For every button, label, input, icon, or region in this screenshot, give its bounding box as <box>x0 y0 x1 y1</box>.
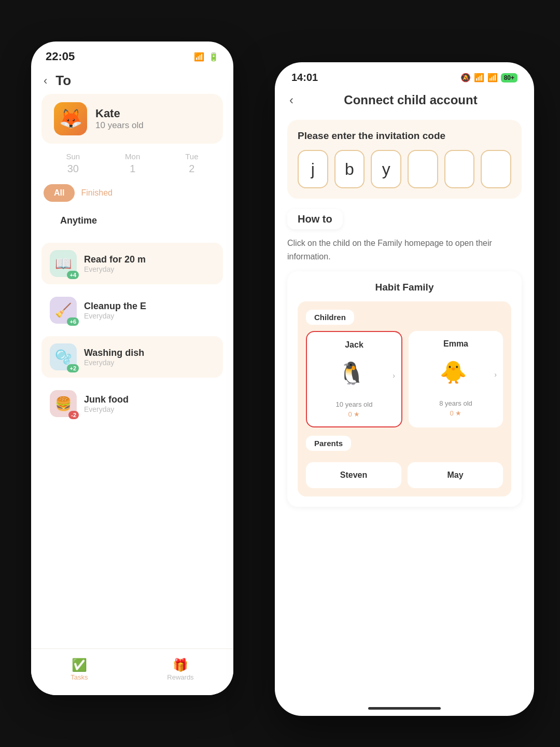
front-time: 14:01 <box>291 72 318 84</box>
parent-card-steven[interactable]: Steven <box>306 462 401 488</box>
invite-section: Please enter the invitation code j b y <box>287 120 522 199</box>
front-header: ‹ Connect child account <box>275 88 534 116</box>
code-box-2[interactable]: b <box>334 150 365 188</box>
children-row: Jack 🐧 › 10 years old 0 ★ Emma 🐥 <box>306 331 503 427</box>
howto-description: Click on the child on the Family homepag… <box>287 237 522 263</box>
child-avatar-emma-row: 🐥 › <box>415 354 497 395</box>
parents-section-label: Parents <box>306 436 351 451</box>
task-icon: 🍔 -2 <box>50 390 77 417</box>
anytime-section-label: Anytime <box>31 210 233 243</box>
invite-label: Please enter the invitation code <box>298 130 511 142</box>
profile-age: 10 years old <box>95 120 144 131</box>
nav-rewards[interactable]: 🎁 Rewards <box>167 658 193 681</box>
howto-section: How to Click on the child on the Family … <box>287 209 522 507</box>
family-card: Habit Family Children Jack 🐧 › 10 years … <box>287 271 522 507</box>
code-box-1[interactable]: j <box>298 150 328 188</box>
code-box-3[interactable]: y <box>371 150 401 188</box>
family-bg: Children Jack 🐧 › 10 years old 0 ★ <box>298 301 511 496</box>
child-card-jack[interactable]: Jack 🐧 › 10 years old 0 ★ <box>306 331 402 427</box>
child-age-jack: 10 years old <box>313 400 395 408</box>
child-name-jack: Jack <box>313 340 395 350</box>
child-stars-jack: 0 ★ <box>313 410 395 418</box>
code-input-row: j b y <box>298 150 511 188</box>
task-info: Cleanup the E Everyday <box>84 301 215 320</box>
avatar-emoji: 🦊 <box>59 108 82 130</box>
filter-all-button[interactable]: All <box>44 184 75 202</box>
wifi-icon: 📶 <box>487 73 498 82</box>
task-icon: 🫧 +2 <box>50 343 77 370</box>
chevron-right-icon: › <box>393 371 395 380</box>
child-avatar-jack: 🐧 <box>333 355 370 391</box>
task-badge: -2 <box>68 411 79 419</box>
back-status-icons: 📶 🔋 <box>194 52 219 62</box>
parent-card-may[interactable]: May <box>408 462 503 488</box>
list-item[interactable]: 🍔 -2 Junk food Everyday <box>41 383 223 424</box>
task-badge: +6 <box>67 317 79 326</box>
front-phone: 14:01 🔕 📶 📶 80+ ‹ Connect child account … <box>275 62 534 716</box>
signal-icon: 📶 <box>474 73 484 82</box>
child-avatar-emma: 🐥 <box>435 354 471 390</box>
bottom-nav: ✅ Tasks 🎁 Rewards <box>31 648 233 695</box>
calendar-row: Sun 30 Mon 1 Tue 2 <box>31 144 233 179</box>
nav-tasks[interactable]: ✅ Tasks <box>71 658 88 681</box>
howto-label: How to <box>287 209 343 229</box>
back-phone: 22:05 📶 🔋 ‹ To 🦊 Kate 10 years old Sun 3… <box>31 42 233 695</box>
task-icon: 📖 +4 <box>50 250 77 277</box>
parents-section: Parents Steven May <box>306 436 503 488</box>
parents-row: Steven May <box>306 462 503 488</box>
battery-badge: 80+ <box>501 73 517 82</box>
child-card-emma[interactable]: Emma 🐥 › 8 years old 0 ★ <box>409 331 503 427</box>
tasks-nav-label: Tasks <box>71 673 88 681</box>
child-stars-emma: 0 ★ <box>415 409 497 417</box>
front-status-bar: 14:01 🔕 📶 📶 80+ <box>275 62 534 88</box>
avatar: 🦊 <box>54 102 87 135</box>
mute-icon: 🔕 <box>460 73 471 82</box>
profile-section: 🦊 Kate 10 years old <box>41 94 223 144</box>
wifi-icon: 📶 <box>194 52 204 62</box>
child-age-emma: 8 years old <box>415 399 497 407</box>
back-time: 22:05 <box>46 50 75 63</box>
cal-day-sun: Sun 30 <box>66 152 80 175</box>
task-list: 📖 +4 Read for 20 m Everyday 🧹 +6 Cleanup… <box>31 243 233 424</box>
child-avatar-jack-row: 🐧 › <box>313 355 395 396</box>
child-name-emma: Emma <box>415 339 497 349</box>
profile-name: Kate <box>95 107 144 120</box>
scene: 22:05 📶 🔋 ‹ To 🦊 Kate 10 years old Sun 3… <box>0 0 560 747</box>
family-title: Habit Family <box>298 282 511 293</box>
chevron-right-icon: › <box>494 370 497 379</box>
front-page-title: Connect child account <box>302 93 520 107</box>
task-info: Read for 20 m Everyday <box>84 254 215 273</box>
back-header: ‹ To <box>31 67 233 94</box>
children-section-label: Children <box>306 310 354 325</box>
battery-icon: 🔋 <box>208 52 219 62</box>
list-item[interactable]: 🧹 +6 Cleanup the E Everyday <box>41 289 223 331</box>
home-indicator <box>368 707 441 710</box>
front-status-icons: 🔕 📶 📶 80+ <box>460 73 517 82</box>
code-box-4[interactable] <box>408 150 438 188</box>
list-item[interactable]: 🫧 +2 Washing dish Everyday <box>41 336 223 378</box>
task-info: Washing dish Everyday <box>84 348 215 367</box>
cal-day-mon: Mon 1 <box>125 152 140 175</box>
task-badge: +2 <box>67 364 79 372</box>
list-item[interactable]: 📖 +4 Read for 20 m Everyday <box>41 243 223 284</box>
profile-info: Kate 10 years old <box>95 107 144 131</box>
filter-row: All Finished <box>31 179 233 210</box>
rewards-nav-label: Rewards <box>167 673 193 681</box>
tasks-icon: ✅ <box>71 658 88 672</box>
back-page-title: To <box>55 73 71 89</box>
code-box-6[interactable] <box>481 150 511 188</box>
cal-day-tue: Tue 2 <box>185 152 198 175</box>
back-status-bar: 22:05 📶 🔋 <box>31 42 233 67</box>
front-back-button[interactable]: ‹ <box>289 93 293 107</box>
task-badge: +4 <box>67 271 79 279</box>
back-button[interactable]: ‹ <box>44 74 47 88</box>
filter-finished-button[interactable]: Finished <box>81 188 112 198</box>
task-info: Junk food Everyday <box>84 394 215 413</box>
rewards-icon: 🎁 <box>167 658 193 672</box>
task-icon: 🧹 +6 <box>50 297 77 324</box>
code-box-5[interactable] <box>444 150 475 188</box>
